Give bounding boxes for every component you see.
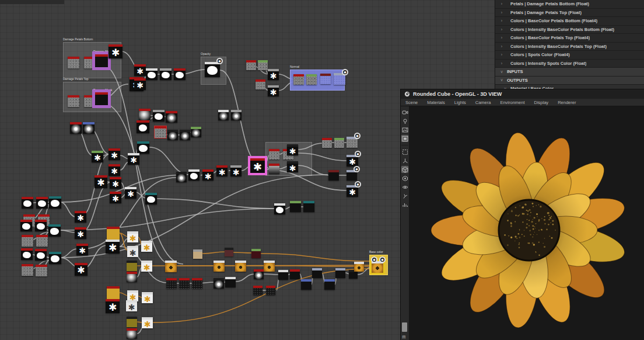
graph-node-sphere[interactable]: [127, 272, 137, 282]
chevron-right-icon[interactable]: ›: [499, 53, 505, 57]
graph-node-spot[interactable]: [231, 110, 242, 120]
graph-node-gearB[interactable]: ✱: [287, 144, 298, 155]
graph-node-noise[interactable]: [322, 138, 332, 148]
graph-node-gearY[interactable]: ✱: [142, 317, 153, 328]
section-inputs[interactable]: ∨INPUTS: [495, 68, 644, 77]
menu-display[interactable]: Display: [534, 100, 549, 105]
graph-node-bw[interactable]: [192, 278, 202, 289]
graph-node-blobW[interactable]: [35, 249, 47, 261]
chevron-right-icon[interactable]: ›: [499, 36, 505, 40]
parameter-row[interactable]: ›Petals | Damage Petals Top (Float): [495, 9, 644, 18]
graph-node-gearW[interactable]: ✱: [75, 263, 88, 276]
chevron-down-icon[interactable]: ∨: [499, 78, 505, 82]
graph-node-nmap[interactable]: [320, 74, 331, 84]
graph-node-nmap[interactable]: ✱: [334, 73, 345, 85]
graph-node-gearB[interactable]: ✱: [110, 192, 121, 203]
parameter-row[interactable]: ›Colors | BaseColor Petals Bottom (Float…: [495, 17, 644, 26]
graph-node-dark[interactable]: [301, 279, 312, 290]
graph-node-noise[interactable]: [68, 95, 79, 107]
graph-node-dark[interactable]: [312, 268, 322, 278]
graph-node-yellow[interactable]: [107, 227, 120, 240]
graph-node-sphere[interactable]: [127, 328, 137, 339]
graph-node-noise[interactable]: [269, 149, 279, 159]
graph-node-blobW[interactable]: [49, 196, 61, 209]
graph-node-gearY[interactable]: ✱: [127, 231, 138, 242]
parameter-row[interactable]: ›Petals | Damage Petals Bottom (Float): [495, 0, 644, 9]
graph-node-blobW[interactable]: ✱: [205, 62, 220, 77]
graph-node-gearB[interactable]: ✱: [92, 151, 103, 162]
wrench-icon[interactable]: [401, 192, 408, 199]
chevron-right-icon[interactable]: ›: [499, 11, 505, 15]
graph-node-spot[interactable]: [191, 127, 201, 137]
graph-node-bw[interactable]: [166, 278, 177, 289]
menu-camera[interactable]: Camera: [475, 100, 491, 105]
graph-node-noise[interactable]: [22, 235, 33, 247]
parameter-row[interactable]: ›Colors | Intensity BaseColor Petals Top…: [495, 43, 644, 51]
section-outputs[interactable]: ∨OUTPUTS: [495, 77, 644, 85]
graph-node-blobW[interactable]: [36, 197, 48, 209]
graph-node-gearB[interactable]: ✱: [108, 44, 123, 58]
graph-node-gearB[interactable]: ✱: [268, 69, 279, 80]
graph-node-gearB[interactable]: ✱: [75, 227, 86, 239]
mesh-gear-icon[interactable]: [401, 175, 408, 182]
graph-node-blobW[interactable]: [49, 252, 61, 264]
graph-node-spot[interactable]: [167, 130, 178, 140]
graph-node-gearB[interactable]: ✱: [250, 158, 265, 173]
graph-node-dark[interactable]: [278, 270, 288, 280]
graph-node-gearB[interactable]: ✱: [134, 64, 146, 76]
graph-node-gearB[interactable]: ✱: [108, 148, 120, 160]
graph-node-blobW[interactable]: [136, 120, 149, 133]
graph-node-blobW[interactable]: [22, 197, 33, 209]
graph-node-gearB[interactable]: ✱: [268, 85, 279, 96]
graph-node-dark[interactable]: [95, 54, 108, 67]
graph-node-noise[interactable]: [306, 74, 317, 85]
graph-node-blobW[interactable]: [174, 68, 186, 80]
graph-node-gearB[interactable]: ✱: [75, 211, 86, 223]
graph-node-spot[interactable]: [180, 130, 190, 140]
graph-node-olive[interactable]: [127, 317, 137, 327]
graph-node-dark[interactable]: [328, 170, 339, 181]
graph-node-blobW[interactable]: [20, 220, 32, 231]
view3d-titlebar[interactable]: Rounded Cube - OpenGL - 3D VIEW: [401, 89, 644, 99]
chevron-right-icon[interactable]: ›: [499, 61, 505, 65]
graph-node-flower[interactable]: [372, 261, 383, 273]
graph-node-spot[interactable]: [218, 110, 229, 120]
menu-renderer[interactable]: Renderer: [558, 100, 576, 105]
chevron-down-icon[interactable]: ∨: [499, 70, 505, 74]
graph-node-dark[interactable]: [95, 92, 108, 105]
parameter-row[interactable]: ›Colors | BaseColor Petals Top (Float4): [495, 34, 644, 43]
graph-node-gearY[interactable]: ✱: [142, 292, 153, 303]
graph-node-dred[interactable]: [251, 249, 261, 258]
graph-node-blobW[interactable]: [188, 169, 200, 181]
graph-node-blobW[interactable]: [274, 203, 285, 214]
graph-node-spot[interactable]: [166, 111, 177, 123]
environment-image-icon[interactable]: [401, 126, 408, 133]
viewport-canvas[interactable]: [409, 106, 644, 340]
cube-icon[interactable]: [401, 166, 408, 173]
graph-node-noise[interactable]: [293, 74, 304, 85]
chevron-right-icon[interactable]: ›: [499, 19, 505, 23]
graph-node-dark[interactable]: [335, 268, 345, 278]
graph-node-noise[interactable]: [246, 60, 256, 70]
graph-node-noise[interactable]: [68, 57, 79, 68]
graph-node-gearY[interactable]: ✱: [141, 261, 152, 272]
graph-node-gearB[interactable]: ✱: [287, 161, 298, 172]
chevron-right-icon[interactable]: ›: [499, 2, 505, 6]
graph-node-spot[interactable]: [70, 122, 82, 134]
graph-node-noise[interactable]: [256, 79, 265, 89]
graph-node-noise[interactable]: [84, 95, 96, 107]
graph-node-gearW[interactable]: ✱: [106, 240, 120, 254]
graph-node-blobW[interactable]: [145, 193, 157, 204]
graph-node-spot[interactable]: [214, 278, 224, 289]
graph-node-spot[interactable]: [176, 172, 187, 182]
graph-node-dark[interactable]: [225, 277, 236, 287]
graph-node-noise[interactable]: [36, 235, 48, 247]
graph-node-noise[interactable]: ✱: [346, 137, 358, 148]
graph-node-bw[interactable]: [179, 278, 190, 289]
chevron-right-icon[interactable]: ›: [499, 27, 505, 32]
menu-scene[interactable]: Scene: [405, 100, 418, 105]
graph-node-flower[interactable]: [264, 261, 275, 272]
graph-node-gearD[interactable]: ✱: [126, 300, 137, 311]
graph-node-noise[interactable]: [334, 138, 344, 148]
graph-node-gearW[interactable]: ✱: [106, 299, 120, 313]
